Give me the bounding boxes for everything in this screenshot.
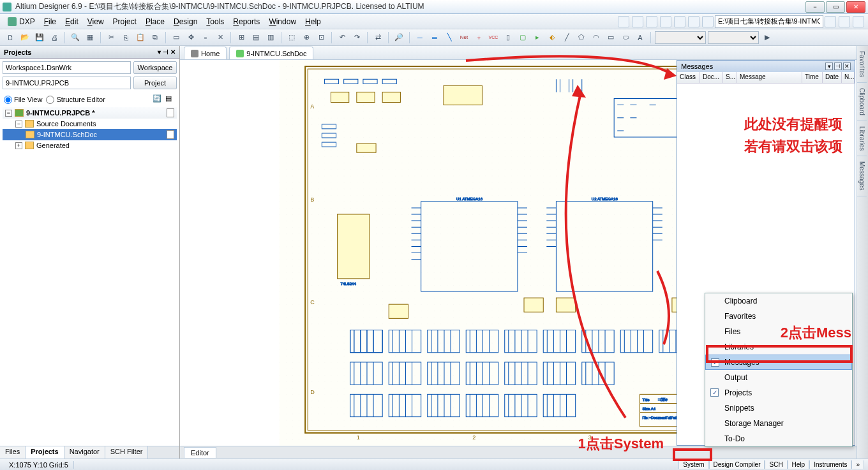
tab-schdoc[interactable]: 9-INTMCU.SchDoc (229, 47, 313, 59)
menu-help[interactable]: Help (301, 16, 325, 27)
view-icon[interactable] (688, 16, 700, 27)
close-icon[interactable]: ✕ (843, 62, 851, 70)
tree-schdoc[interactable]: 9-INTMCU.SchDoc (3, 129, 177, 140)
col-source[interactable]: S... (723, 72, 737, 83)
refresh-icon[interactable]: 🔄 (153, 94, 163, 105)
col-time[interactable]: Time (802, 72, 823, 83)
menu-reports[interactable]: Reports (229, 16, 264, 27)
tree-generated[interactable]: + Generated (3, 140, 177, 151)
cross-probe-icon[interactable]: ⇄ (371, 31, 384, 44)
pencil-icon[interactable] (618, 16, 629, 27)
popup-libraries[interactable]: Libraries (705, 339, 852, 355)
doc-icon[interactable]: ▤ (250, 31, 262, 44)
messages-header[interactable]: Messages ▾⊣✕ (677, 61, 855, 72)
preview-icon[interactable]: 🔍 (69, 31, 82, 44)
menu-edit[interactable]: Edit (61, 16, 82, 27)
bus-icon[interactable]: ═ (428, 31, 441, 44)
project-button[interactable]: Project (133, 77, 177, 89)
popup-snippets[interactable]: Snippets (705, 400, 852, 416)
print-icon[interactable]: 🖨 (48, 31, 61, 44)
sheet-sym-icon[interactable]: ▢ (516, 31, 529, 44)
busent-icon[interactable]: ╲ (443, 31, 456, 44)
line-icon[interactable]: ╱ (560, 31, 573, 44)
tree-source-docs[interactable]: − Source Documents (3, 119, 177, 129)
folder-icon[interactable] (702, 16, 714, 27)
deselect-icon[interactable]: ▫ (199, 31, 212, 44)
sheet-icon[interactable]: ▦ (84, 31, 96, 44)
project-combo[interactable] (3, 77, 131, 89)
popup-todo[interactable]: To-Do (705, 431, 852, 446)
col-no[interactable]: N... (842, 72, 855, 83)
power-icon[interactable]: ⏚ (472, 31, 485, 44)
col-class[interactable]: Class (677, 72, 700, 83)
undo-icon[interactable]: ↶ (336, 31, 348, 44)
col-doc[interactable]: Doc... (700, 72, 723, 83)
apply-icon[interactable]: ▶ (761, 31, 774, 44)
nav-back-icon[interactable] (825, 16, 836, 27)
pin-icon[interactable]: ⊣ (834, 62, 842, 70)
wire-icon[interactable]: ─ (414, 31, 426, 44)
menu-project[interactable]: Project (109, 16, 140, 27)
vtab-libraries[interactable]: Libraries (857, 121, 867, 156)
new-icon[interactable]: 🗋 (4, 31, 17, 44)
sheet-entry-icon[interactable]: ▸ (531, 31, 544, 44)
structure-radio[interactable]: Structure Editor (46, 96, 105, 104)
ellipse-icon[interactable]: ⬭ (619, 31, 632, 44)
copy-icon[interactable]: ⎘ (119, 31, 132, 44)
restore-button[interactable]: ▭ (826, 1, 845, 13)
tab-home[interactable]: Home (184, 47, 227, 59)
stamp-icon[interactable]: ⧉ (149, 31, 161, 44)
menu-tools[interactable]: Tools (202, 16, 228, 27)
popup-storage[interactable]: Storage Manager (705, 416, 852, 431)
arc-icon[interactable]: ◠ (590, 31, 602, 44)
filter-select[interactable] (655, 31, 706, 44)
menu-place[interactable]: Place (142, 16, 168, 27)
minimize-button[interactable]: － (805, 1, 825, 13)
popup-favorites[interactable]: Favorites (705, 309, 852, 324)
hierarchy-icon[interactable]: ⊞ (235, 31, 248, 44)
save-icon[interactable]: 💾 (33, 31, 46, 44)
tree-root[interactable]: − 9-INTMCU.PRJPCB * (3, 107, 177, 119)
port-icon[interactable]: ⬖ (546, 31, 558, 44)
menu-design[interactable]: Design (170, 16, 201, 27)
popup-projects[interactable]: ✓Projects (705, 385, 852, 400)
rect-icon[interactable]: ▭ (604, 31, 617, 44)
popup-output[interactable]: Output (705, 370, 852, 385)
layers-icon[interactable] (632, 16, 643, 27)
grid-icon[interactable] (660, 16, 671, 27)
menu-window[interactable]: Window (265, 16, 300, 27)
status-sch[interactable]: SCH (765, 460, 787, 469)
part-icon[interactable]: ▯ (502, 31, 514, 44)
netlabel-icon[interactable]: Net (458, 31, 470, 44)
scope-select[interactable] (708, 31, 759, 44)
dxp-menu[interactable]: DXP (4, 17, 39, 26)
collapse-icon[interactable]: − (15, 121, 22, 128)
text-icon[interactable]: A (634, 31, 647, 44)
expand-icon[interactable]: + (15, 142, 22, 149)
status-instruments[interactable]: Instruments (809, 460, 851, 469)
zoom-icon[interactable]: ⊕ (300, 31, 313, 44)
poly-icon[interactable]: ⬠ (575, 31, 588, 44)
pin-icon[interactable]: ▾ ⊣ ✕ (158, 48, 176, 55)
tab-projects[interactable]: Projects (26, 446, 64, 459)
workspace-combo[interactable] (3, 61, 131, 74)
redo-icon[interactable]: ↷ (350, 31, 363, 44)
tab-navigator[interactable]: Navigator (64, 446, 105, 459)
vtab-messages[interactable]: Messages (857, 156, 867, 196)
workspace-button[interactable]: Workspace (133, 61, 177, 74)
tab-schfilter[interactable]: SCH Filter (105, 446, 149, 459)
browse-icon[interactable]: 🔎 (393, 31, 405, 44)
popup-files[interactable]: Files (705, 324, 852, 339)
collapse-icon[interactable]: − (5, 110, 12, 117)
vtab-clipboard[interactable]: Clipboard (857, 83, 867, 121)
close-button[interactable]: ✕ (846, 1, 865, 13)
file-view-radio[interactable]: File View (4, 96, 42, 104)
col-date[interactable]: Date (823, 72, 842, 83)
vcc-icon[interactable]: VCC (487, 31, 500, 44)
nav-fwd-icon[interactable] (839, 16, 850, 27)
move-icon[interactable]: ✥ (184, 31, 197, 44)
vtab-favorites[interactable]: Favorites (857, 46, 867, 83)
nav-home-icon[interactable] (853, 16, 864, 27)
clear-icon[interactable]: ✕ (214, 31, 227, 44)
status-more[interactable]: » (851, 460, 864, 469)
